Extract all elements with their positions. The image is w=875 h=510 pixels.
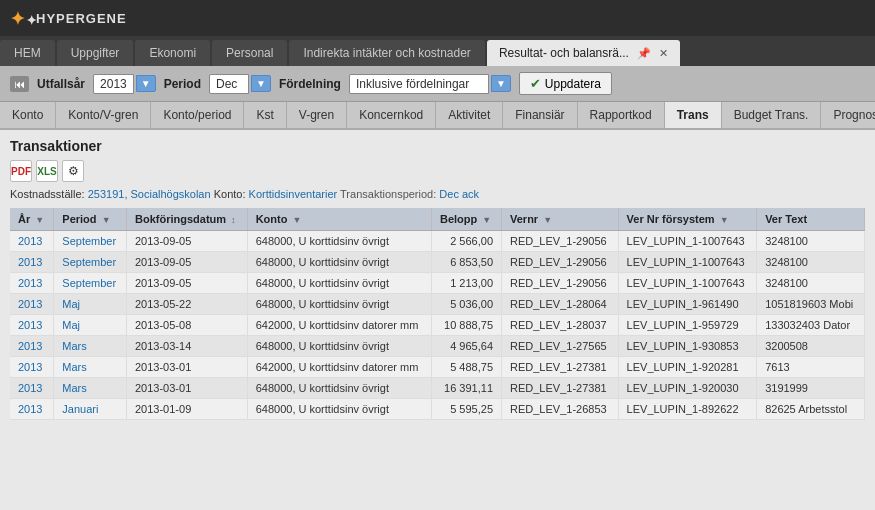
utfallsar-dropdown[interactable]: 2013 ▼ bbox=[93, 74, 156, 94]
cell-ver-nr-forsystem: LEV_LUPIN_1-920281 bbox=[618, 357, 757, 378]
kostnadsställe-value[interactable]: 253191, Socialhögskolan bbox=[88, 188, 211, 200]
settings-icon[interactable]: ⚙ bbox=[62, 160, 84, 182]
cell-ver-nr-forsystem: LEV_LUPIN_1-892622 bbox=[618, 399, 757, 420]
fordelning-arrow[interactable]: ▼ bbox=[491, 75, 511, 92]
utfallsar-arrow[interactable]: ▼ bbox=[136, 75, 156, 92]
cell-belopp: 5 488,75 bbox=[431, 357, 501, 378]
period-label: Period bbox=[164, 77, 201, 91]
cell-belopp: 1 213,00 bbox=[431, 273, 501, 294]
cell-ar: 2013 bbox=[10, 294, 54, 315]
transactions-table: År ▼ Period ▼ Bokföringsdatum ↕ Konto ▼ bbox=[10, 208, 865, 420]
konto-value[interactable]: Korttidsinventarier bbox=[249, 188, 338, 200]
cell-bokforingsdatum: 2013-01-09 bbox=[126, 399, 247, 420]
cell-vernr: RED_LEV_1-29056 bbox=[502, 273, 619, 294]
tab-uppgifter[interactable]: Uppgifter bbox=[57, 40, 134, 66]
col-tab-konto-vgren[interactable]: Konto/V-gren bbox=[56, 102, 151, 128]
col-header-bokforingsdatum[interactable]: Bokföringsdatum ↕ bbox=[126, 208, 247, 231]
cell-vernr: RED_LEV_1-29056 bbox=[502, 252, 619, 273]
table-row[interactable]: 2013 September 2013-09-05 648000, U kort… bbox=[10, 252, 865, 273]
konto-label: Konto: bbox=[214, 188, 246, 200]
tab-bar: HEM Uppgifter Ekonomi Personal Indirekta… bbox=[0, 36, 875, 66]
transaktionsperiod-value: Dec ack bbox=[439, 188, 479, 200]
section-title: Transaktioner bbox=[10, 138, 865, 154]
col-tab-konto-period[interactable]: Konto/period bbox=[151, 102, 244, 128]
sort-icon-konto: ▼ bbox=[293, 215, 302, 225]
fordelning-value: Inklusive fördelningar bbox=[349, 74, 489, 94]
col-tab-trans[interactable]: Trans bbox=[665, 102, 722, 128]
col-tab-finansiar[interactable]: Finansiär bbox=[503, 102, 577, 128]
col-header-ver-nr-forsystem[interactable]: Ver Nr försystem ▼ bbox=[618, 208, 757, 231]
cell-ver-nr-forsystem: LEV_LUPIN_1-920030 bbox=[618, 378, 757, 399]
table-row[interactable]: 2013 Maj 2013-05-22 648000, U korttidsin… bbox=[10, 294, 865, 315]
cell-konto: 642000, U korttidsinv datorer mm bbox=[247, 315, 431, 336]
tab-personal[interactable]: Personal bbox=[212, 40, 287, 66]
cell-period: Mars bbox=[54, 378, 127, 399]
column-tabs: Konto Konto/V-gren Konto/period Kst V-gr… bbox=[0, 102, 875, 130]
update-button[interactable]: ✔ Uppdatera bbox=[519, 72, 612, 95]
col-header-ver-text[interactable]: Ver Text bbox=[757, 208, 865, 231]
col-tab-kst[interactable]: Kst bbox=[244, 102, 286, 128]
cell-bokforingsdatum: 2013-09-05 bbox=[126, 231, 247, 252]
table-row[interactable]: 2013 September 2013-09-05 648000, U kort… bbox=[10, 231, 865, 252]
cell-period: September bbox=[54, 252, 127, 273]
col-tab-rapportkod[interactable]: Rapportkod bbox=[578, 102, 665, 128]
table-row[interactable]: 2013 Maj 2013-05-08 642000, U korttidsin… bbox=[10, 315, 865, 336]
table-row[interactable]: 2013 September 2013-09-05 648000, U kort… bbox=[10, 273, 865, 294]
cell-ver-nr-forsystem: LEV_LUPIN_1-1007643 bbox=[618, 231, 757, 252]
table-row[interactable]: 2013 Januari 2013-01-09 648000, U kortti… bbox=[10, 399, 865, 420]
cell-ver-text: 3248100 bbox=[757, 273, 865, 294]
cell-belopp: 6 853,50 bbox=[431, 252, 501, 273]
cell-ver-nr-forsystem: LEV_LUPIN_1-930853 bbox=[618, 336, 757, 357]
tab-hem[interactable]: HEM bbox=[0, 40, 55, 66]
sort-icon-ar: ▼ bbox=[35, 215, 44, 225]
fordelning-dropdown[interactable]: Inklusive fördelningar ▼ bbox=[349, 74, 511, 94]
col-tab-v-gren[interactable]: V-gren bbox=[287, 102, 347, 128]
cell-period: Mars bbox=[54, 336, 127, 357]
period-dropdown[interactable]: Dec ▼ bbox=[209, 74, 271, 94]
cell-konto: 648000, U korttidsinv övrigt bbox=[247, 399, 431, 420]
cell-konto: 648000, U korttidsinv övrigt bbox=[247, 231, 431, 252]
sort-icon-vernr: ▼ bbox=[543, 215, 552, 225]
cell-ver-nr-forsystem: LEV_LUPIN_1-1007643 bbox=[618, 252, 757, 273]
tab-ekonomi[interactable]: Ekonomi bbox=[135, 40, 210, 66]
cell-vernr: RED_LEV_1-29056 bbox=[502, 231, 619, 252]
col-tab-aktivitet[interactable]: Aktivitet bbox=[436, 102, 503, 128]
first-page-button[interactable]: ⏮ bbox=[10, 76, 29, 92]
col-header-ar[interactable]: År ▼ bbox=[10, 208, 54, 231]
cell-bokforingsdatum: 2013-05-08 bbox=[126, 315, 247, 336]
col-header-belopp[interactable]: Belopp ▼ bbox=[431, 208, 501, 231]
tab-indirekta[interactable]: Indirekta intäkter och kostnader bbox=[289, 40, 484, 66]
pdf-icon[interactable]: PDF bbox=[10, 160, 32, 182]
cell-vernr: RED_LEV_1-28064 bbox=[502, 294, 619, 315]
col-tab-budget-trans[interactable]: Budget Trans. bbox=[722, 102, 822, 128]
tab-resultat[interactable]: Resultat- och balansrä... 📌 ✕ bbox=[487, 40, 680, 66]
tab-pin-icon[interactable]: 📌 bbox=[637, 47, 651, 60]
cell-ar: 2013 bbox=[10, 273, 54, 294]
cell-ver-text: 7613 bbox=[757, 357, 865, 378]
col-tab-konto[interactable]: Konto bbox=[0, 102, 56, 128]
cell-bokforingsdatum: 2013-09-05 bbox=[126, 252, 247, 273]
cell-konto: 642000, U korttidsinv datorer mm bbox=[247, 357, 431, 378]
cell-period: Maj bbox=[54, 315, 127, 336]
cell-ver-text: 3248100 bbox=[757, 231, 865, 252]
col-tab-prognos-trans[interactable]: Prognos Trans bbox=[821, 102, 875, 128]
excel-icon[interactable]: XLS bbox=[36, 160, 58, 182]
cell-ver-text: 1051819603 Mobi bbox=[757, 294, 865, 315]
cell-vernr: RED_LEV_1-27565 bbox=[502, 336, 619, 357]
col-header-period[interactable]: Period ▼ bbox=[54, 208, 127, 231]
col-header-konto[interactable]: Konto ▼ bbox=[247, 208, 431, 231]
toolbar: ⏮ Utfallsår 2013 ▼ Period Dec ▼ Fördelni… bbox=[0, 66, 875, 102]
period-arrow[interactable]: ▼ bbox=[251, 75, 271, 92]
cell-ar: 2013 bbox=[10, 231, 54, 252]
period-value: Dec bbox=[209, 74, 249, 94]
tab-close-icon[interactable]: ✕ bbox=[659, 47, 668, 60]
table-row[interactable]: 2013 Mars 2013-03-01 642000, U korttidsi… bbox=[10, 357, 865, 378]
cell-vernr: RED_LEV_1-26853 bbox=[502, 399, 619, 420]
cell-vernr: RED_LEV_1-27381 bbox=[502, 378, 619, 399]
table-row[interactable]: 2013 Mars 2013-03-01 648000, U korttidsi… bbox=[10, 378, 865, 399]
col-header-vernr[interactable]: Vernr ▼ bbox=[502, 208, 619, 231]
sort-icon-period: ▼ bbox=[102, 215, 111, 225]
cell-ver-text: 3248100 bbox=[757, 252, 865, 273]
col-tab-koncernkod[interactable]: Koncernkod bbox=[347, 102, 436, 128]
table-row[interactable]: 2013 Mars 2013-03-14 648000, U korttidsi… bbox=[10, 336, 865, 357]
